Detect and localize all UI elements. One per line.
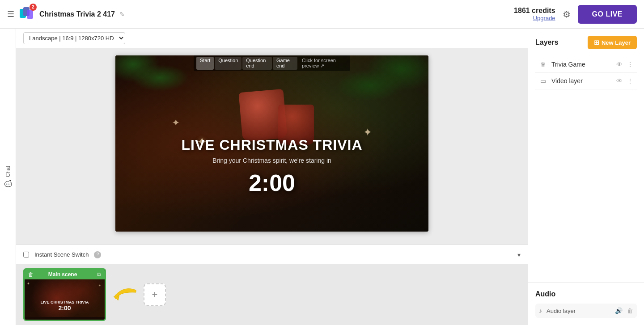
scene-thumb-timer: 2:00	[25, 304, 105, 312]
canvas-area: ✦ ✦ ✦ Start Question Question end Game e…	[16, 48, 528, 245]
svg-rect-2	[27, 10, 33, 19]
go-live-button[interactable]: GO LIVE	[578, 5, 637, 24]
header: ☰ 2 Christmas Trivia 2 417 ✎ 1861 credit…	[0, 0, 644, 29]
trivia-game-eye-icon[interactable]: 👁	[616, 61, 623, 68]
notification-badge: 2	[30, 4, 37, 11]
trivia-game-layer-name: Trivia Game	[551, 61, 612, 68]
audio-delete-icon[interactable]: 🗑	[627, 307, 633, 314]
header-left: ☰ 2 Christmas Trivia 2 417 ✎	[7, 5, 508, 23]
chat-sidebar: 💬 Chat	[0, 29, 16, 325]
pine-branch-left	[131, 64, 189, 91]
canvas-toolbar: Landscape | 16:9 | 1280x720 HD	[16, 29, 528, 48]
canvas-wrapper: ✦ ✦ ✦ Start Question Question end Game e…	[115, 55, 428, 232]
chat-panel-toggle[interactable]: 💬 Chat	[4, 162, 12, 191]
layers-title: Layers	[535, 38, 559, 46]
hamburger-icon[interactable]: ☰	[7, 9, 14, 19]
main-layout: 💬 Chat Landscape | 16:9 | 1280x720 HD	[0, 29, 644, 325]
audio-title: Audio	[535, 290, 637, 298]
video-layer-menu-icon[interactable]: ⋮	[627, 77, 633, 84]
new-layer-label: New Layer	[602, 39, 631, 46]
pine-branch-right	[336, 70, 403, 101]
canvas-timer: 2:00	[115, 169, 428, 196]
scene-switch-row: Instant Scene Switch ? ▾	[16, 245, 528, 264]
layers-header: Layers ⊞ New Layer	[535, 36, 637, 49]
trivia-game-icon: ♛	[539, 61, 547, 68]
instant-scene-switch-checkbox[interactable]	[23, 252, 29, 257]
credits-container: 1861 credits Upgrade	[514, 7, 555, 21]
screen-preview-link[interactable]: Click for screen preview ↗	[300, 57, 347, 70]
scene-thumbnail: ✦ ✦ LIVE CHRISTMAS TRIVIA 2:00	[25, 279, 105, 317]
credits-amount: 1861 credits	[514, 7, 555, 15]
chat-bubble-icon: 💬	[4, 180, 12, 188]
audio-volume-icon[interactable]: 🔊	[615, 307, 623, 314]
add-scene-plus-icon: +	[152, 289, 158, 300]
scene-name-label: Main scene	[28, 271, 97, 278]
canvas-subtitle: Bring your Christmas spirit, we're stari…	[115, 157, 428, 164]
trivia-game-menu-icon[interactable]: ⋮	[627, 61, 633, 68]
new-layer-button[interactable]: ⊞ New Layer	[588, 36, 637, 49]
audio-section: Audio ♪ Audio layer 🔊 🗑	[528, 283, 644, 325]
star-decor-2: ✦	[172, 117, 180, 129]
preview-tab-game-end[interactable]: Game end	[273, 57, 297, 70]
audio-layer-item[interactable]: ♪ Audio layer 🔊 🗑	[535, 304, 637, 318]
canvas-main-title: LIVE CHRISTMAS TRIVIA	[115, 137, 428, 153]
scene-copy-icon[interactable]: ⧉	[97, 271, 101, 278]
chat-label: Chat	[5, 166, 11, 177]
scene-chevron-icon[interactable]: ▾	[517, 251, 521, 258]
arrow-indicator	[111, 283, 138, 306]
scene-thumb-title: LIVE CHRISTMAS TRIVIA	[25, 300, 105, 304]
logo-container: 2	[19, 5, 35, 23]
video-layer-icon: ▭	[539, 77, 547, 84]
video-layer-eye-icon[interactable]: 👁	[616, 77, 623, 84]
project-title: Christmas Trivia 2 417	[39, 10, 115, 18]
layer-item-video[interactable]: ▭ Video layer 👁 ⋮	[535, 73, 637, 89]
layers-section: Layers ⊞ New Layer ♛ Trivia Game 👁 ⋮ ▭ V…	[528, 29, 644, 283]
right-panel: Layers ⊞ New Layer ♛ Trivia Game 👁 ⋮ ▭ V…	[528, 29, 644, 325]
audio-music-icon: ♪	[539, 307, 542, 314]
settings-icon[interactable]: ⚙	[563, 9, 571, 20]
layer-item-trivia-game[interactable]: ♛ Trivia Game 👁 ⋮	[535, 56, 637, 73]
header-right: 1861 credits Upgrade ⚙ GO LIVE	[514, 5, 637, 24]
preview-tab-question-end[interactable]: Question end	[242, 57, 272, 70]
instant-scene-switch-label: Instant Scene Switch	[34, 251, 89, 258]
scene-card-header: 🗑 Main scene ⧉	[25, 270, 105, 279]
scene-thumb-text: LIVE CHRISTMAS TRIVIA 2:00	[25, 300, 105, 312]
canvas-text-overlay: LIVE CHRISTMAS TRIVIA Bring your Christm…	[115, 137, 428, 196]
add-scene-button[interactable]: +	[144, 283, 166, 306]
center-area: Landscape | 16:9 | 1280x720 HD ✦	[16, 29, 528, 325]
canvas-preview-tabs: Start Question Question end Game end Cli…	[194, 55, 350, 71]
video-layer-name: Video layer	[551, 77, 612, 84]
new-layer-plus-icon: ⊞	[594, 39, 599, 46]
preview-tab-start[interactable]: Start	[196, 57, 214, 70]
arrow-svg	[111, 283, 138, 306]
resolution-select[interactable]: Landscape | 16:9 | 1280x720 HD	[23, 32, 125, 44]
main-scene-card[interactable]: 🗑 Main scene ⧉ ✦ ✦ LIVE CHRISTMAS TRIVIA…	[23, 268, 106, 321]
scenes-area: 🗑 Main scene ⧉ ✦ ✦ LIVE CHRISTMAS TRIVIA…	[16, 264, 528, 325]
help-icon[interactable]: ?	[94, 251, 101, 258]
preview-tab-question[interactable]: Question	[215, 57, 242, 70]
edit-project-icon[interactable]: ✎	[119, 11, 125, 18]
upgrade-link[interactable]: Upgrade	[514, 15, 555, 21]
audio-layer-name: Audio layer	[547, 308, 610, 314]
